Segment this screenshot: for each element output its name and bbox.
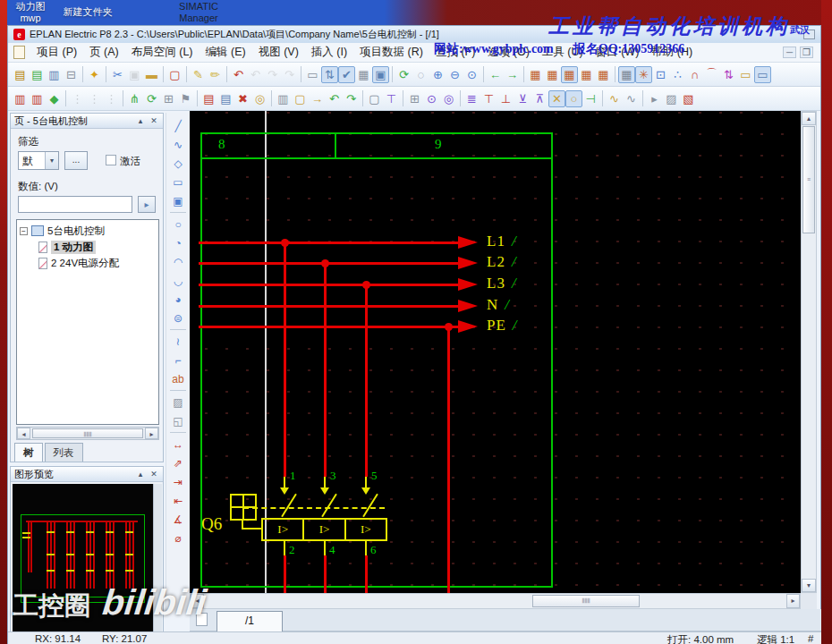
draw-arc-icon[interactable]: ◠ bbox=[169, 252, 188, 271]
sketch-apply-icon[interactable]: ✏ bbox=[207, 66, 224, 83]
tree-expander-icon[interactable]: − bbox=[20, 227, 28, 235]
terminal-numbering-icon[interactable]: ⊞ bbox=[406, 90, 423, 107]
draw-rectangle-center-icon[interactable]: ▣ bbox=[169, 191, 188, 210]
graphical-preview-icon[interactable]: ✔ bbox=[338, 66, 355, 83]
draw-text-icon[interactable]: ab bbox=[169, 369, 188, 388]
plugin-icon[interactable]: ◆ bbox=[46, 90, 63, 107]
snap-point-icon[interactable]: ∴ bbox=[669, 66, 686, 83]
snap-to-grid-icon[interactable]: ✳ bbox=[635, 66, 652, 83]
tree-structure-icon[interactable]: ⋔ bbox=[126, 90, 143, 107]
image-region-icon[interactable]: ▨ bbox=[663, 90, 680, 107]
draw-rectangle-icon[interactable]: ▭ bbox=[169, 173, 188, 191]
dim-baseline-icon[interactable]: ⇤ bbox=[169, 491, 188, 510]
redo-green-icon[interactable]: ↷ bbox=[343, 90, 360, 107]
select-device-box-icon[interactable]: ▢ bbox=[366, 90, 383, 107]
mdi-minimize-button[interactable]: ─ bbox=[783, 47, 796, 58]
pages-panel-titlebar[interactable]: 页 - 5台电机控制 ▴ ✕ bbox=[11, 114, 163, 129]
copy-format-icon[interactable]: ▥ bbox=[275, 90, 292, 107]
filter-browse-button[interactable]: ... bbox=[64, 151, 88, 170]
magnet-icon[interactable]: ∩ bbox=[686, 66, 703, 83]
draw-arc-3pt-icon[interactable]: ◡ bbox=[169, 271, 188, 290]
properties-dialog-icon[interactable]: ▭ bbox=[304, 66, 321, 83]
chevron-down-icon[interactable]: ▾ bbox=[45, 152, 58, 169]
panel-close-icon[interactable]: ✕ bbox=[149, 470, 159, 479]
draw-sector-icon[interactable]: ◕ bbox=[169, 290, 188, 309]
undo-icon[interactable]: ↶ bbox=[230, 66, 247, 83]
assign-format-icon[interactable]: ▢ bbox=[292, 90, 309, 107]
menu-edit[interactable]: 编辑 (E) bbox=[200, 43, 252, 62]
grid-size-a-icon[interactable]: ▦ bbox=[527, 66, 544, 83]
move-property-icon[interactable]: → bbox=[309, 90, 326, 107]
canvas-horizontal-scrollbar[interactable]: ◂ ⦀⦀⦀ ▸ bbox=[190, 593, 801, 609]
zoom-out-icon[interactable]: ⊖ bbox=[446, 66, 463, 83]
grid-size-e-icon[interactable]: ▦ bbox=[595, 66, 612, 83]
text-field-icon[interactable]: ▭ bbox=[737, 66, 754, 83]
break-point-icon[interactable]: ✕ bbox=[548, 90, 565, 107]
menu-layout-space[interactable]: 布局空间 (L) bbox=[125, 43, 200, 62]
panel-collapse-icon[interactable]: ▴ bbox=[135, 470, 146, 479]
new-page-icon[interactable] bbox=[196, 613, 208, 626]
delete-placeholder-icon[interactable]: ✖ bbox=[234, 90, 251, 107]
grid-size-d-icon[interactable]: ▦ bbox=[578, 66, 595, 83]
draw-polygon-icon[interactable]: ◇ bbox=[169, 154, 188, 173]
tree-item-24v-distribution[interactable]: 2 24V电源分配 bbox=[17, 255, 158, 271]
navigator-back-icon[interactable]: ▥ bbox=[12, 90, 29, 107]
insert-image-icon[interactable]: ▨ bbox=[169, 393, 188, 411]
shield-icon[interactable]: ∿ bbox=[623, 90, 640, 107]
scroll-right-icon[interactable]: ▸ bbox=[786, 594, 800, 608]
center-circle-alt-icon[interactable]: ◎ bbox=[440, 90, 457, 107]
dim-radius-icon[interactable]: ⌀ bbox=[169, 529, 188, 547]
undo-list-icon[interactable]: ↶ bbox=[247, 66, 264, 83]
window-macro-icon[interactable]: ▤ bbox=[217, 90, 234, 107]
page-navigator-icon[interactable]: ⇅ bbox=[321, 66, 338, 83]
gear-list-icon[interactable]: ⊞ bbox=[160, 90, 177, 107]
report-flag-icon[interactable]: ⚑ bbox=[177, 90, 194, 107]
filter-dropdown[interactable]: 默 ▾ bbox=[18, 151, 59, 170]
dim-angle-icon[interactable]: ∡ bbox=[169, 510, 188, 529]
scrollbar-thumb[interactable]: ⦀⦀⦀ bbox=[532, 595, 640, 607]
macro-region-icon[interactable]: ▧ bbox=[680, 90, 697, 107]
insert-hyperlink-icon[interactable]: ◱ bbox=[169, 411, 188, 430]
schematic-canvas[interactable]: 8 9 L1/ L2/ L3/ N/ PE/ 1 3 5 bbox=[190, 111, 801, 593]
desktop-icon-project[interactable]: 动力图mwp bbox=[9, 1, 52, 24]
grid-on-icon[interactable]: ▦ bbox=[618, 66, 635, 83]
object-snap-icon[interactable]: ⊡ bbox=[652, 66, 669, 83]
number-pages-icon[interactable]: ⋮ bbox=[69, 90, 86, 107]
menu-project-data[interactable]: 项目数据 (R) bbox=[353, 43, 429, 62]
apply-filter-button[interactable]: ▸ bbox=[138, 196, 156, 213]
find-macro-icon[interactable]: ◎ bbox=[251, 90, 268, 107]
dim-continued-icon[interactable]: ⇥ bbox=[169, 472, 188, 491]
dim-aligned-icon[interactable]: ⇗ bbox=[169, 453, 188, 472]
dim-linear-icon[interactable]: ↔ bbox=[169, 435, 188, 453]
grid-size-c-icon[interactable]: ▦ bbox=[561, 66, 578, 83]
view-back-icon[interactable]: ← bbox=[487, 66, 504, 83]
active-checkbox[interactable] bbox=[106, 155, 116, 165]
tree-item-power-diagram[interactable]: 1 动力图 bbox=[17, 239, 158, 255]
scroll-right-icon[interactable]: ▸ bbox=[145, 428, 158, 439]
terminal-down-icon[interactable]: ⊥ bbox=[497, 90, 514, 107]
swap-direction-icon[interactable]: ⇅ bbox=[720, 66, 737, 83]
draw-circle-icon[interactable]: ○ bbox=[169, 215, 188, 233]
cut-icon[interactable]: ✂ bbox=[109, 66, 126, 83]
redo-icon[interactable]: ↷ bbox=[264, 66, 281, 83]
import-project-icon[interactable]: ▤ bbox=[29, 66, 46, 83]
path-tracking-icon[interactable]: ⌒ bbox=[703, 66, 720, 83]
paste-icon[interactable]: ▬ bbox=[143, 66, 160, 83]
menu-help[interactable]: 帮助 (H) bbox=[645, 43, 699, 62]
draw-spline-icon[interactable]: ≀ bbox=[169, 332, 188, 351]
workbook-icon[interactable]: ▣ bbox=[372, 66, 389, 83]
grid-view-icon[interactable]: ▦ bbox=[355, 66, 372, 83]
window-restore-button[interactable] bbox=[803, 30, 815, 39]
panel-collapse-icon[interactable]: ▴ bbox=[135, 116, 146, 125]
navigator-forward-icon[interactable]: ▥ bbox=[29, 90, 46, 107]
menu-window[interactable]: 窗口 (W) bbox=[590, 43, 646, 62]
value-input[interactable] bbox=[18, 196, 132, 213]
copy-icon[interactable]: ▣ bbox=[126, 66, 143, 83]
terminal-multi-icon[interactable]: ≣ bbox=[463, 90, 480, 107]
draw-ellipse-icon[interactable]: ⊜ bbox=[169, 309, 188, 327]
redo-list-icon[interactable]: ↷ bbox=[281, 66, 298, 83]
settings-icon[interactable]: ✦ bbox=[86, 66, 103, 83]
tab-list[interactable]: 列表 bbox=[45, 443, 83, 462]
refresh-icon[interactable]: ⟳ bbox=[395, 66, 412, 83]
update-connections-icon[interactable]: ⟳ bbox=[143, 90, 160, 107]
